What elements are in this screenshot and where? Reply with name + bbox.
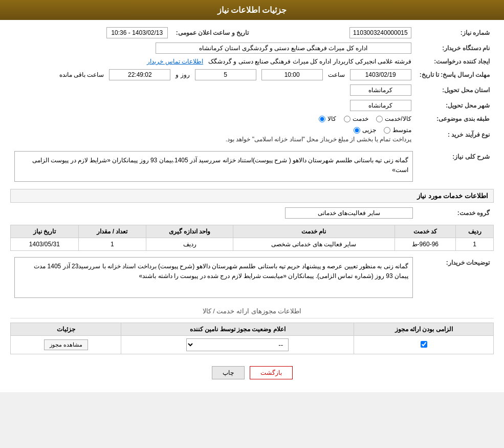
license-table-header-cell: جزئیات (11, 323, 121, 336)
need-number-value: 1103003240000015 (349, 27, 411, 38)
service-section-title: اطلاعات خدمات مورد نیاز (10, 189, 494, 203)
province-label: استان محل تحویل: (415, 82, 494, 98)
category-service-radio[interactable] (344, 116, 350, 122)
license-mandatory-cell (354, 336, 494, 354)
basic-info-table: شماره نیاز: 1103003240000015 تاریخ و ساع… (10, 25, 494, 145)
response-remaining: 22:49:02 (109, 69, 170, 80)
page-title: جزئیات اطلاعات نیاز (217, 6, 287, 14)
service-table-cell: 1 (78, 238, 146, 251)
license-mandatory-checkbox[interactable] (421, 341, 427, 348)
response-time: 10:00 (261, 69, 323, 80)
service-table-header-cell: نام خدمت (233, 225, 395, 238)
category-goods-service-item: کالا/خدمت (376, 115, 411, 122)
city-value: کرمانشاه (350, 100, 411, 111)
license-table-header-row: الزامی بودن ارائه مجوزاعلام وضعیت مجوز ت… (11, 323, 494, 336)
license-section-title: اطلاعات مجوزهای ارائه خدمت / کالا (10, 304, 494, 318)
category-goods-service-radio[interactable] (376, 116, 383, 122)
service-table-row: 1960-96-طسایر فعالیت های خدماتی شخصیردیف… (11, 238, 494, 251)
response-days: 5 (195, 69, 256, 80)
service-table-body: 1960-96-طسایر فعالیت های خدماتی شخصیردیف… (11, 238, 494, 251)
license-table-row: --مشاهده مجوز (11, 336, 494, 354)
category-label: طبقه بندی موضوعی: (415, 113, 494, 124)
service-table-header-cell: واحد اندازه گیری (146, 225, 233, 238)
service-table-cell: 960-96-ط (395, 238, 455, 251)
buyer-notes-value: گمانه زنی به منظور تعیین عرصه و پیشنهاد … (14, 257, 413, 298)
license-table-body: --مشاهده مجوز (11, 336, 494, 354)
city-label: شهر محل تحویل: (415, 98, 494, 113)
view-license-button[interactable]: مشاهده مجوز (44, 339, 88, 350)
purchase-type-radio-group: متوسط جزیی (14, 126, 411, 134)
category-radio-group: کالا/خدمت خدمت کالا (14, 115, 411, 122)
department-label: نام دستگاه خریدار: (415, 40, 494, 56)
category-service-label: خدمت (353, 115, 368, 122)
license-table-header-cell: اعلام وضعیت مجوز توسط نامین کننده (121, 323, 354, 336)
purchase-partial-item: جزیی (354, 126, 376, 134)
creator-label: ایجاد کننده درخواست: (415, 56, 494, 67)
category-goods-radio[interactable] (319, 116, 325, 122)
category-goods-service-label: کالا/خدمت (385, 115, 411, 122)
main-content: شماره نیاز: 1103003240000015 تاریخ و ساع… (0, 20, 504, 392)
page-wrapper: جزئیات اطلاعات نیاز شماره نیاز: 11030032… (0, 0, 504, 392)
service-table-cell: سایر فعالیت های خدماتی شخصی (233, 238, 395, 251)
response-date: 1403/02/19 (350, 69, 411, 80)
buyer-notes-table: توضیحات خریدار: گمانه زنی به منظور تعیین… (10, 255, 494, 300)
page-header: جزئیات اطلاعات نیاز (0, 0, 504, 20)
license-status-select[interactable]: -- (186, 338, 289, 351)
back-button[interactable]: بازگشت (250, 366, 293, 379)
purchase-note: پرداخت تمام یا بخشی از مبلغ خریداز محل "… (14, 136, 411, 143)
description-table: شرح کلی نیاز: گمانه زنی تپه باستانی طلسم… (10, 149, 494, 184)
service-group-label: گروه خدمت: (417, 205, 494, 221)
action-button-row: بازگشت چاپ (10, 358, 494, 387)
service-table-header-row: ردیفکد خدمتنام خدمتواحد اندازه گیریتعداد… (11, 225, 494, 238)
days-label: روز و (176, 71, 189, 78)
category-service-item: خدمت (344, 115, 368, 122)
buyer-notes-label: توضیحات خریدار: (417, 255, 494, 300)
service-group-table: گروه خدمت: سایر فعالیت‌های خدماتی (10, 205, 494, 221)
license-details-cell: مشاهده مجوز (11, 336, 121, 354)
print-button[interactable]: چاپ (212, 366, 245, 379)
purchase-medium-radio[interactable] (384, 127, 390, 134)
license-table: الزامی بودن ارائه مجوزاعلام وضعیت مجوز ت… (10, 323, 494, 354)
service-data-table: ردیفکد خدمتنام خدمتواحد اندازه گیریتعداد… (10, 225, 494, 251)
service-table-cell: ردیف (146, 238, 233, 251)
category-goods-item: کالا (319, 115, 336, 122)
service-table-cell: 1403/05/31 (11, 238, 79, 251)
announce-date-label: تاریخ و ساعت اعلان عمومی: (172, 25, 253, 40)
remaining-label: ساعت باقی مانده (59, 71, 104, 78)
category-goods-label: کالا (327, 115, 336, 122)
description-label: شرح کلی نیاز: (417, 149, 494, 184)
time-label: ساعت (328, 71, 345, 78)
license-status-cell: -- (121, 336, 354, 354)
purchase-medium-item: متوسط (384, 126, 411, 134)
service-table-header-cell: ردیف (456, 225, 494, 238)
purchase-partial-radio[interactable] (354, 127, 360, 134)
license-table-header-cell: الزامی بودن ارائه مجوز (354, 323, 494, 336)
purchase-type-label: نوع فرآیند خرید : (415, 124, 494, 145)
service-table-header-cell: کد خدمت (395, 225, 455, 238)
creator-value: فرشته غلامی انجیرکی کاربردار اداره کل می… (208, 58, 411, 65)
service-table-cell: 1 (456, 238, 494, 251)
purchase-medium-label: متوسط (392, 126, 411, 134)
province-value: کرمانشاه (350, 84, 411, 96)
service-group-value: سایر فعالیت‌های خدماتی (285, 207, 413, 219)
department-value: اداره کل میراث فرهنگی صنایع دستی و گردشگ… (156, 42, 411, 54)
announce-date-value: 1403/02/13 - 10:36 (106, 27, 168, 38)
service-table-header-cell: تاریخ نیاز (11, 225, 79, 238)
service-table-header-cell: تعداد / مقدار (78, 225, 146, 238)
purchase-partial-label: جزیی (362, 126, 376, 134)
need-number-label: شماره نیاز: (415, 25, 494, 40)
deadline-date-row: 1403/02/19 ساعت 10:00 5 روز و 22:49:02 س… (14, 69, 411, 80)
description-value: گمانه زنی تپه باستانی طلسم شهرستان دالاه… (14, 151, 413, 182)
creator-contact-link[interactable]: اطلاعات تماس خریدار (147, 58, 203, 65)
deadline-label: مهلت ارسال پاسخ: تا تاریخ: (415, 67, 494, 82)
